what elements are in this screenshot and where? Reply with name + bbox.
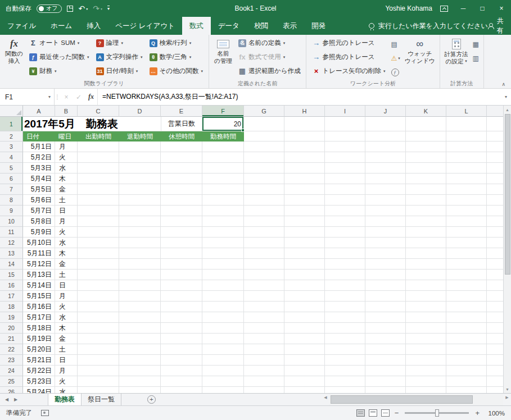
cell-filler-25[interactable] — [487, 376, 503, 387]
row-header-12[interactable]: 12 — [0, 238, 23, 248]
cell-D24[interactable] — [119, 366, 161, 376]
cell-C15[interactable] — [78, 270, 119, 280]
column-header-I[interactable]: I — [325, 106, 365, 117]
cell-J12[interactable] — [365, 238, 406, 248]
cell-G24[interactable] — [244, 366, 284, 376]
error-checking-button[interactable]: ⚠▾ — [389, 51, 403, 65]
maximize-button[interactable]: □ — [473, 0, 492, 17]
cell-E20[interactable] — [161, 323, 202, 334]
cell-G18[interactable] — [244, 302, 284, 312]
cell-E6[interactable] — [161, 174, 202, 184]
cell-H11[interactable] — [284, 227, 325, 238]
tab-file[interactable]: ファイル — [0, 17, 43, 35]
cell-filler-23[interactable] — [487, 355, 503, 366]
user-name[interactable]: Yoshie Kohama — [385, 4, 432, 12]
cell-G7[interactable] — [244, 184, 284, 195]
cell-G6[interactable] — [244, 174, 284, 184]
scroll-down-icon[interactable]: ▼ — [504, 385, 511, 393]
row-header-5[interactable]: 5 — [0, 163, 23, 174]
cell-F7[interactable] — [202, 184, 244, 195]
tell-me-box[interactable]: 実行したい作業を入力してください — [369, 17, 488, 35]
cell-C19[interactable] — [78, 312, 119, 323]
cell-C21[interactable] — [78, 334, 119, 344]
cell-A5-date[interactable]: 5月3日 — [23, 163, 55, 174]
name-manager-button[interactable]: 名前 の管理 — [211, 36, 235, 65]
cell-B17-day[interactable]: 月 — [55, 291, 78, 302]
cell-C25[interactable] — [78, 376, 119, 387]
cell-K15[interactable] — [406, 270, 446, 280]
column-header-L[interactable]: L — [446, 106, 487, 117]
new-sheet-button[interactable]: + — [147, 395, 156, 404]
cell-J15[interactable] — [365, 270, 406, 280]
cell-H25[interactable] — [284, 376, 325, 387]
normal-view-button[interactable] — [356, 409, 365, 417]
cell-I8[interactable] — [325, 195, 365, 206]
cell-C13[interactable] — [78, 248, 119, 259]
cell-K20[interactable] — [406, 323, 446, 334]
cell-H14[interactable] — [284, 259, 325, 270]
cell-E1-business-days-label[interactable]: 営業日数 — [161, 117, 202, 131]
cell-A4-date[interactable]: 5月2日 — [23, 152, 55, 163]
cell-I25[interactable] — [325, 376, 365, 387]
define-name-button[interactable]: 名名前の定義▾ — [235, 36, 288, 50]
cell-I5[interactable] — [325, 163, 365, 174]
cell-C11[interactable] — [78, 227, 119, 238]
cell-J4[interactable] — [365, 152, 406, 163]
cell-E7[interactable] — [161, 184, 202, 195]
cell-G12[interactable] — [244, 238, 284, 248]
cell-I4[interactable] — [325, 152, 365, 163]
cell-H16[interactable] — [284, 280, 325, 291]
cell-A21-date[interactable]: 5月19日 — [23, 334, 55, 344]
cell-B21-day[interactable]: 金 — [55, 334, 78, 344]
cell-G13[interactable] — [244, 248, 284, 259]
vertical-scrollbar[interactable]: ▲ ▼ — [503, 106, 511, 393]
cell-B22-day[interactable]: 土 — [55, 344, 78, 355]
collapse-ribbon-button[interactable]: ∧ — [501, 81, 505, 87]
close-button[interactable]: × — [492, 0, 511, 17]
cell-H5[interactable] — [284, 163, 325, 174]
cell-B16-day[interactable]: 日 — [55, 280, 78, 291]
row-header-8[interactable]: 8 — [0, 195, 23, 206]
cell-E11[interactable] — [161, 227, 202, 238]
cell-G5[interactable] — [244, 163, 284, 174]
cell-G17[interactable] — [244, 291, 284, 302]
cell-L26[interactable] — [446, 387, 487, 393]
cell-J23[interactable] — [365, 355, 406, 366]
cell-J13[interactable] — [365, 248, 406, 259]
cell-F23[interactable] — [202, 355, 244, 366]
date-time-button[interactable]: 31日付/時刻▾ — [93, 64, 146, 78]
cell-G8[interactable] — [244, 195, 284, 206]
cell-I23[interactable] — [325, 355, 365, 366]
cell-E26[interactable] — [161, 387, 202, 393]
cell-K19[interactable] — [406, 312, 446, 323]
cell-D13[interactable] — [119, 248, 161, 259]
cell-filler-15[interactable] — [487, 270, 503, 280]
cell-L15[interactable] — [446, 270, 487, 280]
cell-J1[interactable] — [365, 117, 406, 131]
cell-H6[interactable] — [284, 174, 325, 184]
row-header-3[interactable]: 3 — [0, 141, 23, 152]
cell-B26-day[interactable]: 水 — [55, 387, 78, 393]
row-header-6[interactable]: 6 — [0, 174, 23, 184]
cell-K2[interactable] — [406, 131, 446, 141]
table-header-cell-A2[interactable]: 日付 — [23, 131, 55, 141]
cell-I26[interactable] — [325, 387, 365, 393]
cell-filler-14[interactable] — [487, 259, 503, 270]
cell-filler-22[interactable] — [487, 344, 503, 355]
cell-L18[interactable] — [446, 302, 487, 312]
formula-bar-expand-icon[interactable]: ▾ — [501, 89, 511, 105]
cell-K17[interactable] — [406, 291, 446, 302]
cell-K26[interactable] — [406, 387, 446, 393]
cell-J11[interactable] — [365, 227, 406, 238]
enter-button[interactable]: ✓ — [73, 89, 85, 105]
cell-J8[interactable] — [365, 195, 406, 206]
cell-G23[interactable] — [244, 355, 284, 366]
column-header-E[interactable]: E — [161, 106, 202, 117]
cell-F9[interactable] — [202, 206, 244, 216]
cell-C8[interactable] — [78, 195, 119, 206]
cell-A10-date[interactable]: 5月8日 — [23, 216, 55, 227]
cell-H24[interactable] — [284, 366, 325, 376]
cell-H8[interactable] — [284, 195, 325, 206]
cell-B11-day[interactable]: 火 — [55, 227, 78, 238]
column-header-B[interactable]: B — [55, 106, 78, 117]
